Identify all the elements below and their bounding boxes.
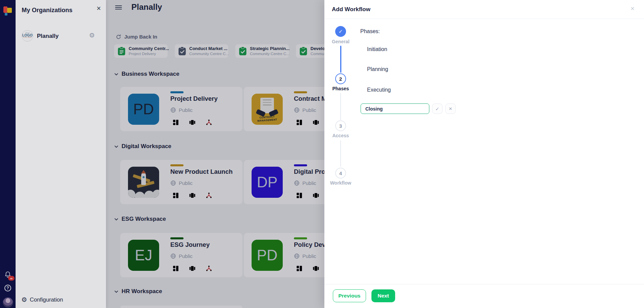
step-label-phases: Phases <box>327 86 354 91</box>
step-label-workflow: Workflow <box>327 180 354 186</box>
app-root: Planally Jump Back In Community Centr...… <box>0 0 644 308</box>
step-access[interactable]: 3 <box>335 120 346 131</box>
check-icon: ✓ <box>339 28 343 34</box>
step-general[interactable]: ✓ <box>335 26 346 37</box>
next-button[interactable]: Next <box>371 289 395 302</box>
step-label-access: Access <box>327 133 354 138</box>
cancel-phase-button[interactable]: × <box>445 103 456 114</box>
stepper-connector <box>340 140 341 167</box>
step-workflow[interactable]: 4 <box>335 168 346 179</box>
modal-title: Add Workflow <box>332 6 370 13</box>
modal-header: Add Workflow × <box>324 0 644 19</box>
phase-item[interactable]: Planning <box>367 66 388 72</box>
phase-item[interactable]: Executing <box>367 87 391 93</box>
step-phases[interactable]: 2 <box>335 73 346 84</box>
new-phase-editor: ✓ × <box>361 103 456 114</box>
stepper-connector-active <box>340 46 341 73</box>
modal-close-icon[interactable]: × <box>630 5 635 12</box>
modal-footer: Previous Next <box>324 284 644 308</box>
previous-button[interactable]: Previous <box>333 289 366 302</box>
phase-item[interactable]: Initiation <box>367 46 387 52</box>
check-icon: ✓ <box>435 106 439 112</box>
add-workflow-modal: Add Workflow × ✓ General 2 Phases 3 Acce… <box>324 0 644 308</box>
confirm-phase-button[interactable]: ✓ <box>432 103 443 114</box>
close-icon: × <box>449 105 452 112</box>
new-phase-input[interactable] <box>361 103 429 114</box>
stepper-connector <box>340 93 341 120</box>
step-label-general: General <box>327 39 354 44</box>
phases-heading: Phases: <box>360 28 380 34</box>
